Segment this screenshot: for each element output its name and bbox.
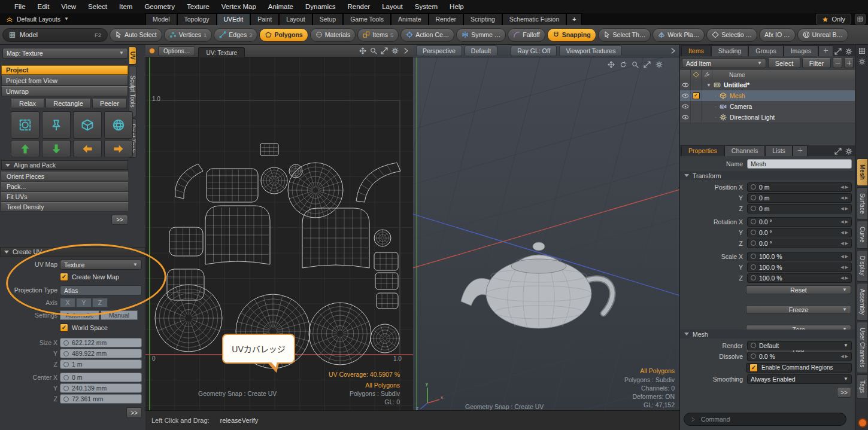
- form-tab-surface[interactable]: Surface: [857, 187, 868, 219]
- position-y-field[interactable]: 0 m◀ ▶: [747, 193, 852, 203]
- center-y-field[interactable]: 240.139 mm: [60, 383, 142, 393]
- spinner[interactable]: ◀ ▶: [840, 185, 848, 190]
- zoom-icon[interactable]: [632, 61, 639, 68]
- zoom-icon[interactable]: [370, 47, 377, 54]
- tab-uv[interactable]: UV: [129, 47, 136, 65]
- axis-z-button[interactable]: Z: [92, 298, 108, 307]
- expander-icon[interactable]: ▼: [706, 83, 711, 88]
- texel-density-button[interactable]: Texel Density: [1, 202, 128, 212]
- items-button[interactable]: Items5: [357, 28, 399, 42]
- scale-y-field[interactable]: 100.0 %◀ ▶: [747, 263, 852, 272]
- eye-icon[interactable]: [680, 90, 691, 101]
- vertices-button[interactable]: Vertices1: [164, 28, 213, 42]
- properties-more-button[interactable]: >>: [837, 387, 851, 398]
- pan-icon[interactable]: [608, 61, 615, 68]
- chevron-right-icon[interactable]: [402, 47, 409, 54]
- tab-add-panel[interactable]: [818, 45, 833, 56]
- uv-canvas[interactable]: 1.0 0 1.0 UV Coverage: 40.5907 % All Pol…: [145, 57, 413, 410]
- uv-box-projection-button[interactable]: [73, 111, 102, 139]
- render-dropdown[interactable]: Default▼: [747, 341, 852, 350]
- enable-command-regions-toggle[interactable]: ✓ Enable Command Regions: [746, 363, 852, 373]
- item-name-field[interactable]: Mesh: [747, 159, 852, 169]
- polygons-button[interactable]: Polygons: [259, 28, 308, 42]
- keyframe-icon[interactable]: [751, 343, 756, 348]
- item-row-mesh[interactable]: ✓ · Mesh: [680, 90, 855, 102]
- keyframe-icon[interactable]: [751, 275, 756, 280]
- command-regions-checkbox[interactable]: ✓: [749, 364, 758, 372]
- position-z-field[interactable]: 0 m◀ ▶: [747, 204, 852, 214]
- spinner[interactable]: ◀ ▶: [840, 276, 848, 280]
- afx-io-button[interactable]: Afx IO …: [759, 28, 796, 42]
- menu-geometry[interactable]: Geometry: [138, 3, 181, 10]
- form-tab-display[interactable]: Display: [857, 250, 868, 282]
- snapping-button[interactable]: Snapping: [547, 28, 596, 42]
- list-expand-button[interactable]: [844, 58, 854, 68]
- menu-item[interactable]: Item: [113, 3, 138, 10]
- spinner[interactable]: ◀ ▶: [840, 230, 848, 235]
- menu-help[interactable]: Help: [444, 3, 470, 10]
- tool-properties-more-button[interactable]: >>: [126, 407, 142, 418]
- orbit-icon[interactable]: [620, 61, 627, 68]
- smoothing-dropdown[interactable]: Always Enabled▼: [747, 374, 852, 384]
- select-through-button[interactable]: Select Th…: [598, 28, 651, 42]
- spinner[interactable]: ◀ ▶: [840, 219, 848, 224]
- center-z-field[interactable]: 72.361 mm: [60, 394, 142, 404]
- keyframe-icon[interactable]: [751, 240, 756, 246]
- command-bar[interactable]: [684, 413, 846, 426]
- expand-icon[interactable]: [834, 48, 842, 55]
- spinner[interactable]: ◀ ▶: [840, 241, 848, 246]
- size-y-field[interactable]: 489.922 mm: [60, 349, 142, 358]
- project-from-view-button[interactable]: Project from View: [1, 75, 128, 86]
- tab-game-tools[interactable]: Game Tools: [343, 13, 391, 25]
- project-button[interactable]: Project: [1, 65, 128, 75]
- menu-view[interactable]: View: [55, 3, 82, 10]
- rotation-x-field[interactable]: 0.0 °◀ ▶: [747, 217, 852, 227]
- ray-gl-tab[interactable]: Ray GL: Off: [511, 45, 557, 56]
- tab-topology[interactable]: Topology: [177, 13, 217, 25]
- pack-button[interactable]: Pack...: [1, 182, 128, 191]
- action-center-button[interactable]: Action Ce…: [400, 28, 454, 42]
- axis-y-button[interactable]: Y: [76, 298, 92, 307]
- filter-button[interactable]: Filter: [802, 58, 831, 68]
- list-collapse-button[interactable]: [833, 58, 842, 68]
- spinner[interactable]: ◀ ▶: [840, 254, 848, 259]
- expand-icon[interactable]: [381, 47, 388, 54]
- form-tab-user-channels[interactable]: User Channels: [857, 322, 868, 373]
- gear-icon[interactable]: [858, 58, 866, 65]
- peeler-button[interactable]: Peeler: [92, 99, 127, 108]
- select-button[interactable]: Select: [768, 58, 800, 68]
- form-tab-curve[interactable]: Curve: [857, 221, 868, 249]
- manual-button[interactable]: Manual: [101, 310, 138, 320]
- work-plane-button[interactable]: Work Pla…: [652, 28, 705, 42]
- fit-uvs-button[interactable]: Fit UVs: [1, 192, 128, 202]
- gear-icon[interactable]: [845, 48, 852, 55]
- transform-section-header[interactable]: Transform: [680, 171, 855, 180]
- tab-model[interactable]: Model: [145, 13, 177, 25]
- scale-x-field[interactable]: 100.0 %◀ ▶: [747, 252, 852, 261]
- add-item-dropdown[interactable]: Add Item▼: [682, 58, 766, 68]
- menu-file[interactable]: File: [8, 3, 32, 10]
- tab-uvedit[interactable]: UVEdit: [217, 13, 251, 25]
- expand-icon[interactable]: [834, 148, 842, 155]
- dissolve-field[interactable]: 0.0 %◀ ▶: [747, 352, 852, 361]
- unwrap-button[interactable]: Unwrap: [1, 86, 128, 96]
- menu-render[interactable]: Render: [341, 3, 376, 10]
- eye-icon[interactable]: [680, 112, 691, 123]
- mode-selector[interactable]: Model F2: [2, 28, 108, 42]
- tab-images[interactable]: Images: [784, 45, 818, 56]
- shift-down-button[interactable]: [42, 140, 71, 157]
- 3d-viewport-canvas[interactable]: yxz All Polygons Polygons : Subdiv Chann…: [413, 57, 679, 410]
- shift-left-button[interactable]: [73, 140, 102, 157]
- panel-dot-icon[interactable]: [149, 48, 155, 54]
- menu-vertex-map[interactable]: Vertex Map: [216, 3, 262, 10]
- axis-x-button[interactable]: X: [60, 298, 75, 307]
- chevron-right-icon[interactable]: [669, 47, 676, 54]
- gear-icon[interactable]: [845, 148, 852, 155]
- item-row-directional-light[interactable]: · Directional Light: [680, 112, 855, 123]
- rectangle-button[interactable]: Rectangle: [45, 99, 91, 108]
- only-button[interactable]: Only: [816, 14, 851, 25]
- tab-add[interactable]: +: [566, 13, 582, 25]
- command-input[interactable]: [700, 415, 840, 423]
- freeze-button[interactable]: Freeze▼: [746, 305, 851, 314]
- create-new-map-checkbox[interactable]: ✓: [60, 273, 68, 281]
